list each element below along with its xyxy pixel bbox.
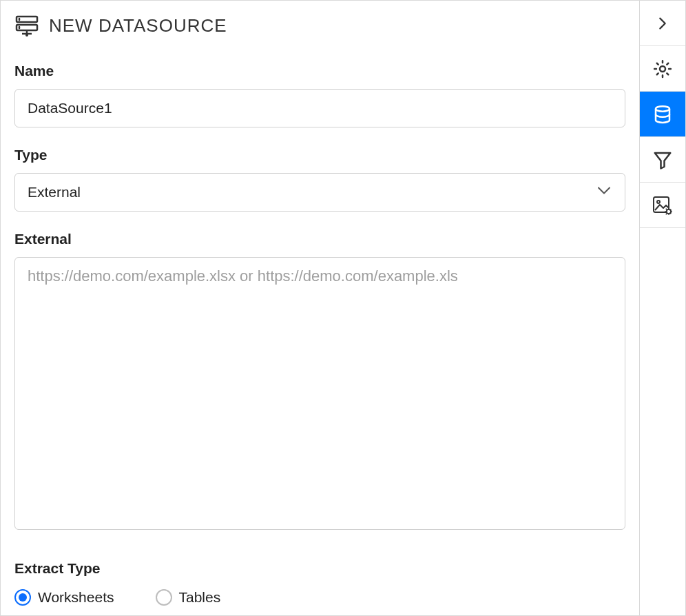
sidebar-item-filter[interactable] [640,137,685,183]
radio-circle-icon [156,589,172,606]
sidebar-item-settings[interactable] [640,46,685,92]
database-icon [652,104,673,125]
chevron-right-icon [655,16,670,31]
sidebar-item-datasource[interactable] [640,92,685,137]
right-sidebar [640,1,685,615]
sidebar-item-image-settings[interactable] [640,183,685,228]
filter-icon [652,150,673,170]
datasource-icon [14,13,39,38]
main-panel: NEW DATASOURCE Name Type External Extern… [1,1,640,615]
type-select[interactable]: External [14,173,625,212]
svg-point-8 [656,106,669,112]
extract-type-label: Extract Type [14,560,625,577]
radio-worksheets-label: Worksheets [38,589,114,606]
external-label: External [14,231,625,247]
radio-tables[interactable]: Tables [156,589,221,606]
type-label: Type [14,147,625,163]
radio-worksheets[interactable]: Worksheets [14,589,114,606]
chevron-down-icon [596,183,612,203]
name-label: Name [14,63,625,79]
radio-circle-icon [14,589,31,606]
radio-tables-label: Tables [179,589,221,606]
panel-title: NEW DATASOURCE [49,15,227,37]
external-input[interactable] [14,257,625,530]
image-gear-icon [652,194,674,216]
gear-icon [652,59,673,79]
extract-type-radios: Worksheets Tables [14,589,625,606]
panel-header: NEW DATASOURCE [14,9,625,43]
svg-point-6 [25,34,28,37]
sidebar-collapse-button[interactable] [640,1,685,46]
name-input[interactable] [14,89,625,127]
svg-point-10 [657,201,660,203]
type-select-value: External [28,184,81,201]
svg-point-7 [660,66,665,72]
